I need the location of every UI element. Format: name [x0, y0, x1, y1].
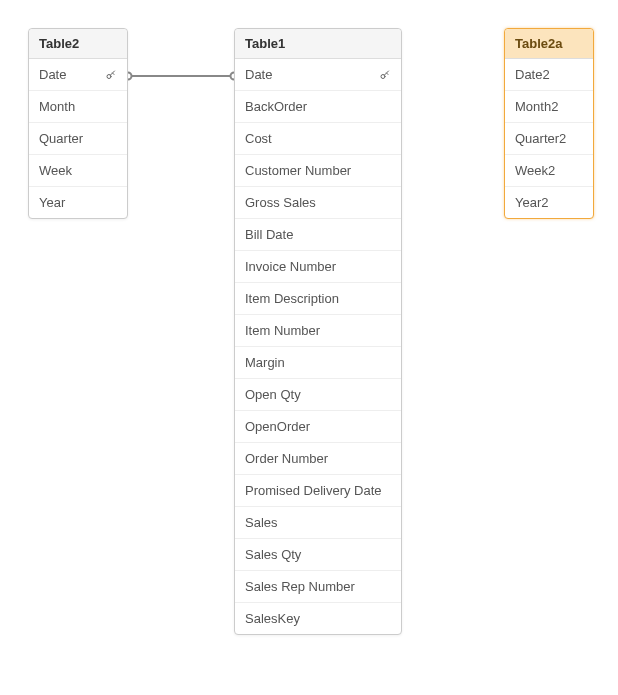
- field-label: Month2: [515, 99, 583, 114]
- field-label: Gross Sales: [245, 195, 391, 210]
- field-label: Sales: [245, 515, 391, 530]
- field-label: Quarter2: [515, 131, 583, 146]
- table-body: DateMonthQuarterWeekYear: [29, 59, 127, 218]
- field-row[interactable]: Sales: [235, 507, 401, 539]
- field-row[interactable]: Customer Number: [235, 155, 401, 187]
- key-icon: [379, 69, 391, 81]
- field-label: Bill Date: [245, 227, 391, 242]
- table-title-label: Table2: [39, 36, 79, 51]
- field-row[interactable]: Open Qty: [235, 379, 401, 411]
- field-row[interactable]: Item Number: [235, 315, 401, 347]
- field-label: Week: [39, 163, 117, 178]
- field-label: Date: [39, 67, 99, 82]
- table-header[interactable]: Table1: [235, 29, 401, 59]
- field-row[interactable]: Sales Rep Number: [235, 571, 401, 603]
- table-body: DateBackOrderCostCustomer NumberGross Sa…: [235, 59, 401, 634]
- field-row[interactable]: Week: [29, 155, 127, 187]
- field-label: Month: [39, 99, 117, 114]
- field-row[interactable]: Gross Sales: [235, 187, 401, 219]
- table-card-table2[interactable]: Table2 DateMonthQuarterWeekYear: [28, 28, 128, 219]
- table-header[interactable]: Table2: [29, 29, 127, 59]
- field-label: Year: [39, 195, 117, 210]
- field-row[interactable]: Quarter: [29, 123, 127, 155]
- field-label: Quarter: [39, 131, 117, 146]
- field-row[interactable]: Month: [29, 91, 127, 123]
- field-label: Invoice Number: [245, 259, 391, 274]
- field-label: Customer Number: [245, 163, 391, 178]
- field-row[interactable]: Year: [29, 187, 127, 218]
- field-row[interactable]: Margin: [235, 347, 401, 379]
- field-row[interactable]: Promised Delivery Date: [235, 475, 401, 507]
- field-label: OpenOrder: [245, 419, 391, 434]
- field-row[interactable]: BackOrder: [235, 91, 401, 123]
- field-label: SalesKey: [245, 611, 391, 626]
- field-row[interactable]: Month2: [505, 91, 593, 123]
- field-row[interactable]: Item Description: [235, 283, 401, 315]
- field-label: Item Number: [245, 323, 391, 338]
- table-card-table2a[interactable]: Table2a Date2Month2Quarter2Week2Year2: [504, 28, 594, 219]
- field-label: Sales Qty: [245, 547, 391, 562]
- field-row[interactable]: Bill Date: [235, 219, 401, 251]
- field-row[interactable]: Year2: [505, 187, 593, 218]
- field-row[interactable]: Date: [29, 59, 127, 91]
- field-label: Cost: [245, 131, 391, 146]
- field-label: Year2: [515, 195, 583, 210]
- field-label: Week2: [515, 163, 583, 178]
- field-row[interactable]: Order Number: [235, 443, 401, 475]
- field-label: Promised Delivery Date: [245, 483, 391, 498]
- field-row[interactable]: Week2: [505, 155, 593, 187]
- table-body: Date2Month2Quarter2Week2Year2: [505, 59, 593, 218]
- table-card-table1[interactable]: Table1 DateBackOrderCostCustomer NumberG…: [234, 28, 402, 635]
- field-row[interactable]: Invoice Number: [235, 251, 401, 283]
- field-row[interactable]: SalesKey: [235, 603, 401, 634]
- field-row[interactable]: Cost: [235, 123, 401, 155]
- table-header[interactable]: Table2a: [505, 29, 593, 59]
- table-title-label: Table2a: [515, 36, 562, 51]
- table-title-label: Table1: [245, 36, 285, 51]
- field-label: Margin: [245, 355, 391, 370]
- field-label: Date: [245, 67, 373, 82]
- field-label: Date2: [515, 67, 583, 82]
- field-row[interactable]: OpenOrder: [235, 411, 401, 443]
- field-row[interactable]: Date: [235, 59, 401, 91]
- field-row[interactable]: Quarter2: [505, 123, 593, 155]
- field-label: Order Number: [245, 451, 391, 466]
- key-icon: [105, 69, 117, 81]
- field-label: Sales Rep Number: [245, 579, 391, 594]
- data-model-canvas[interactable]: Table2 DateMonthQuarterWeekYear Table1 D…: [0, 0, 618, 695]
- field-label: BackOrder: [245, 99, 391, 114]
- field-label: Open Qty: [245, 387, 391, 402]
- field-label: Item Description: [245, 291, 391, 306]
- field-row[interactable]: Sales Qty: [235, 539, 401, 571]
- field-row[interactable]: Date2: [505, 59, 593, 91]
